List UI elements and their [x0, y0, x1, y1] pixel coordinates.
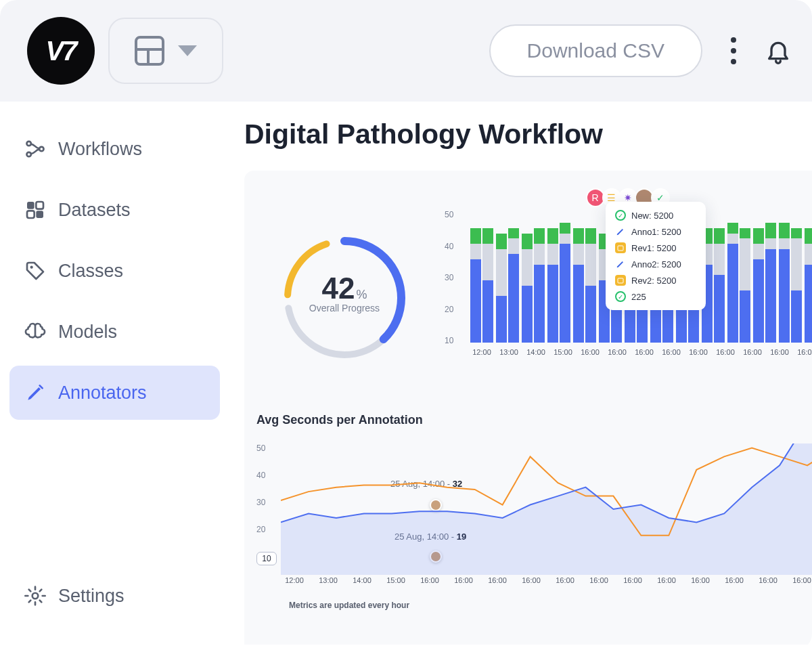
more-menu-button[interactable]	[727, 33, 740, 68]
sidebar-item-label: Annotators	[58, 383, 147, 404]
svg-rect-4	[36, 202, 43, 209]
sidebar-item-annotators[interactable]: Annotators	[9, 366, 220, 420]
layout-dropdown[interactable]	[108, 18, 223, 84]
line-chart-title: Avg Seconds per Annotation	[256, 413, 812, 427]
sidebar-item-workflows[interactable]: Workflows	[9, 122, 220, 176]
svg-point-2	[39, 147, 43, 151]
logo-text: V7	[46, 36, 76, 66]
bell-icon[interactable]	[765, 36, 792, 66]
grid-icon	[24, 199, 46, 221]
sidebar: Workflows Datasets Classes Models	[0, 102, 228, 650]
sidebar-item-datasets[interactable]: Datasets	[9, 183, 220, 237]
main: Digital Pathology Workflow R ☰ ✷ ✓	[228, 102, 812, 650]
brain-icon	[24, 321, 46, 343]
tag-icon	[24, 260, 46, 282]
download-csv-button[interactable]: Download CSV	[489, 24, 702, 77]
line-chart: 5040302010 25 Aug, 14:00 - 32 25 Aug, 14…	[256, 443, 812, 586]
svg-rect-3	[27, 202, 35, 209]
svg-rect-5	[27, 211, 35, 218]
stage-avatars: R ☰ ✷ ✓	[256, 188, 812, 207]
svg-rect-13	[618, 278, 623, 283]
stacked-bar-chart: 5040302010 12:0013:0014:0015:0016:0016:0…	[445, 210, 812, 386]
bar-tooltip: ✓New: 5200Anno1: 5200Rev1: 5200Anno2: 52…	[606, 202, 706, 310]
pen-icon	[24, 382, 46, 404]
overall-progress: 42% Overall Progress	[256, 210, 432, 386]
sidebar-item-label: Classes	[58, 261, 123, 282]
sidebar-item-label: Models	[58, 322, 117, 343]
gear-icon	[24, 585, 46, 607]
sidebar-item-label: Settings	[58, 586, 125, 607]
progress-label: Overall Progress	[280, 303, 409, 313]
percent-sign: %	[356, 288, 367, 301]
sidebar-item-settings[interactable]: Settings	[9, 569, 220, 623]
svg-point-8	[32, 593, 39, 599]
svg-point-1	[26, 152, 30, 156]
progress-value: 42	[322, 272, 355, 305]
header: V7 Download CSV	[0, 0, 812, 102]
sidebar-item-classes[interactable]: Classes	[9, 244, 220, 298]
logo[interactable]: V7	[27, 17, 95, 85]
layout-icon	[135, 36, 164, 66]
svg-rect-12	[618, 246, 623, 251]
sidebar-item-models[interactable]: Models	[9, 305, 220, 359]
svg-rect-6	[36, 211, 43, 218]
workflow-icon	[24, 138, 46, 160]
sidebar-item-label: Workflows	[58, 139, 142, 160]
metrics-footer-note: Metrics are updated every hour	[289, 601, 812, 610]
svg-point-7	[30, 266, 33, 269]
svg-point-0	[26, 142, 30, 146]
page-title: Digital Pathology Workflow	[244, 118, 812, 150]
sidebar-item-label: Datasets	[58, 200, 131, 221]
dashboard-panel: R ☰ ✷ ✓	[244, 171, 812, 645]
line-chart-block: Avg Seconds per Annotation 5040302010 25…	[256, 413, 812, 610]
chevron-down-icon	[178, 45, 197, 56]
